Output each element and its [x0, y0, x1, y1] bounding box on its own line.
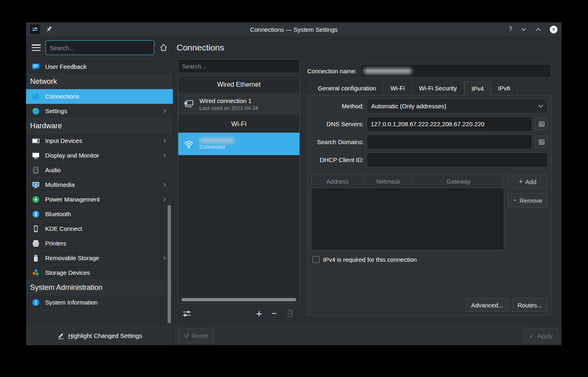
- add-connection-icon[interactable]: +: [256, 309, 262, 318]
- close-button[interactable]: ✕: [550, 26, 557, 33]
- sidebar-item-label: Display and Monitor: [45, 152, 99, 159]
- chevron-right-icon: ›: [163, 151, 169, 160]
- sidebar-item-settings[interactable]: Settings›: [26, 104, 173, 118]
- plus-icon: +: [519, 178, 522, 185]
- sidebar-item-system-information[interactable]: System Information: [26, 295, 173, 310]
- addresses-table-body[interactable]: [311, 188, 504, 250]
- editor-footer: ↺ Reset ✓ Apply: [173, 326, 562, 345]
- routes-button[interactable]: Routes...: [512, 298, 548, 312]
- sidebar-item-label: System Information: [45, 299, 98, 306]
- connection-search-input[interactable]: [178, 59, 300, 73]
- add-address-button[interactable]: + Add: [507, 174, 548, 189]
- globe-icon: [32, 107, 40, 115]
- speaker-icon: [32, 166, 40, 174]
- list-edit-icon: [538, 121, 545, 127]
- connection-group-wi-fi: Wi-Fi: [178, 116, 299, 133]
- check-icon: ✓: [529, 332, 535, 340]
- sidebar-item-label: User Feedback: [45, 63, 87, 70]
- info-icon: [32, 298, 40, 307]
- tab-wifi-security[interactable]: Wi-Fi Security: [412, 81, 464, 95]
- remove-address-button[interactable]: − Remove: [507, 193, 548, 208]
- sidebar-scrollbar[interactable]: [168, 205, 171, 323]
- help-button[interactable]: ?: [509, 26, 512, 33]
- sidebar-item-kde-connect[interactable]: KDE Connect: [26, 221, 173, 236]
- sidebar-list: User FeedbackNetworkConnectionsSettings›…: [26, 59, 173, 326]
- connection-group-wired-ethernet: Wired Ethernet: [178, 76, 299, 93]
- sidebar-section-hardware: Hardware: [26, 118, 173, 134]
- sidebar-item-bluetooth[interactable]: Bluetooth: [26, 207, 173, 221]
- sidebar-item-multimedia[interactable]: Multimedia›: [26, 178, 173, 192]
- usb-icon: [32, 254, 40, 262]
- home-icon[interactable]: [159, 43, 168, 52]
- sidebar-item-user-feedback[interactable]: User Feedback: [26, 59, 173, 74]
- chevron-down-icon: [538, 105, 543, 107]
- sidebar-item-display-and-monitor[interactable]: Display and Monitor›: [26, 148, 173, 163]
- menu-icon[interactable]: [32, 44, 41, 51]
- window-title: Connections — System Settings: [26, 26, 562, 33]
- titlebar[interactable]: Connections — System Settings ? ✕: [26, 22, 562, 36]
- sidebar-item-removable-storage[interactable]: Removable Storage›: [26, 251, 173, 265]
- tab-ipv6[interactable]: IPv6: [491, 81, 518, 95]
- pin-icon[interactable]: [45, 25, 53, 33]
- connection-item-redacted[interactable]: Connected: [178, 133, 299, 155]
- search-domains-edit-button[interactable]: [535, 136, 548, 148]
- apply-button[interactable]: ✓ Apply: [523, 329, 559, 343]
- highlighter-icon: [57, 332, 65, 340]
- page-title: Connections: [177, 43, 224, 53]
- remove-connection-icon[interactable]: −: [271, 309, 277, 318]
- redacted-connection-title: [199, 138, 234, 143]
- tab-general-configuration[interactable]: General configuration: [310, 81, 383, 95]
- horizontal-scrollbar[interactable]: [181, 298, 296, 301]
- highlight-changed-settings-button[interactable]: Highlight Changed Settings: [26, 326, 173, 345]
- sidebar-item-audio[interactable]: Audio: [26, 163, 173, 178]
- monitor-icon: [32, 151, 40, 160]
- minimize-button[interactable]: [520, 26, 527, 33]
- connection-list: Wired EthernetWired connection 1Last use…: [178, 76, 300, 303]
- app-icon: [30, 24, 40, 34]
- connection-name-label: Connection name:: [307, 68, 357, 75]
- connection-editor: Connection name: General configuration W…: [307, 59, 551, 326]
- sidebar-item-connections[interactable]: Connections: [26, 89, 173, 104]
- column-header-netmask[interactable]: Netmask: [364, 175, 413, 188]
- connection-item-wired-connection-1[interactable]: Wired connection 1Last used on 2021-04-2…: [178, 93, 299, 116]
- export-connection-icon[interactable]: [286, 309, 294, 318]
- sidebar-section-network: Network: [26, 74, 173, 89]
- sidebar-item-label: Multimedia: [45, 181, 75, 188]
- connection-name-input[interactable]: [360, 64, 551, 78]
- dns-servers-input[interactable]: [367, 116, 532, 132]
- configure-icon[interactable]: [182, 309, 192, 318]
- wired-icon: [183, 99, 195, 110]
- sidebar-item-storage-devices[interactable]: Storage Devices: [26, 265, 173, 280]
- power-icon: [32, 195, 40, 204]
- sidebar-item-printers[interactable]: Printers: [26, 236, 173, 251]
- dns-servers-edit-button[interactable]: [535, 118, 548, 130]
- tab-ipv4[interactable]: IPv4: [464, 81, 491, 95]
- dhcp-client-id-input[interactable]: [367, 152, 548, 167]
- sidebar-item-power-management[interactable]: Power Management›: [26, 192, 173, 207]
- sidebar-item-label: Printers: [45, 240, 66, 247]
- reset-button[interactable]: ↺ Reset: [178, 329, 214, 343]
- sidebar-item-label: Connections: [45, 93, 79, 100]
- tab-wifi[interactable]: Wi-Fi: [383, 81, 412, 95]
- ipv4-required-label: IPv4 is required for this connection: [323, 256, 417, 263]
- multimedia-icon: [32, 181, 40, 189]
- sidebar-item-label: Power Management: [45, 196, 100, 203]
- ipv4-required-checkbox[interactable]: [313, 256, 319, 263]
- chevron-right-icon: ›: [163, 195, 169, 204]
- column-header-gateway[interactable]: Gateway: [413, 175, 504, 188]
- sidebar-item-input-devices[interactable]: Input Devices›: [26, 134, 173, 148]
- wifi-icon: [183, 138, 195, 149]
- dns-servers-label: DNS Servers:: [311, 121, 367, 127]
- advanced-button[interactable]: Advanced...: [466, 298, 509, 312]
- method-dropdown[interactable]: Automatic (Only addresses): [367, 99, 548, 114]
- content-area: Connections Wired EthernetWired connecti…: [173, 36, 562, 345]
- maximize-button[interactable]: [535, 26, 542, 33]
- sidebar-item-label: Storage Devices: [45, 269, 90, 276]
- search-domains-input[interactable]: [367, 134, 532, 149]
- sidebar-search-input[interactable]: [46, 40, 154, 55]
- sidebar-item-label: KDE Connect: [45, 225, 82, 232]
- chevron-right-icon: ›: [163, 107, 169, 115]
- connection-title: Wired connection 1: [199, 97, 258, 104]
- column-header-address[interactable]: Address: [311, 175, 364, 188]
- chevron-right-icon: ›: [163, 180, 169, 189]
